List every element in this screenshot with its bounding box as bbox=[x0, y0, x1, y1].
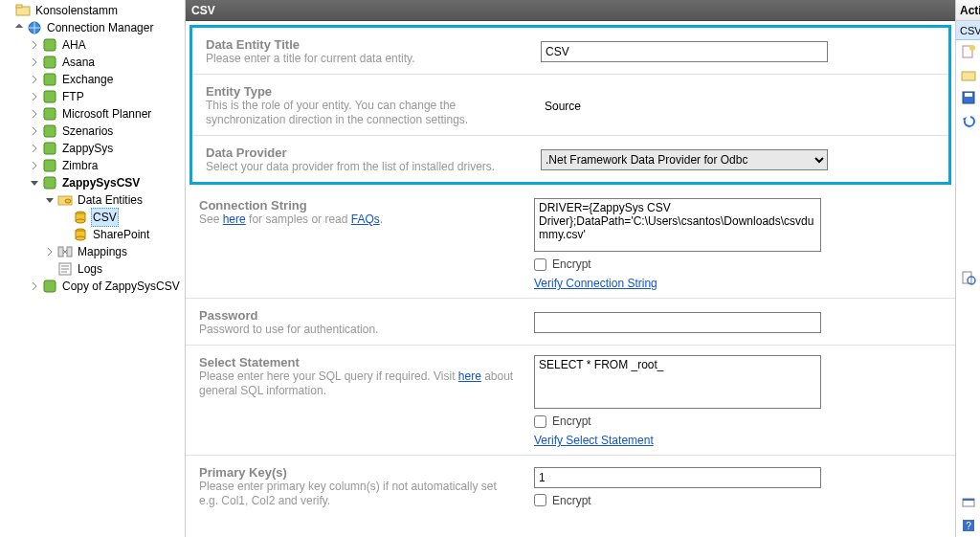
expander-none-icon bbox=[2, 5, 13, 16]
field-title: Primary Key(s) bbox=[199, 465, 515, 480]
tree-item-copy-zappysyscsv[interactable]: Copy of ZappySysCSV bbox=[0, 278, 185, 295]
password-input[interactable] bbox=[534, 312, 821, 333]
tree-item-label: Logs bbox=[76, 260, 104, 278]
encrypt-checkbox-label[interactable]: Encrypt bbox=[534, 494, 942, 507]
chevron-right-icon[interactable] bbox=[29, 160, 40, 171]
puzzle-icon bbox=[42, 175, 57, 190]
svg-rect-21 bbox=[67, 247, 72, 257]
svg-rect-20 bbox=[58, 247, 63, 257]
tree-item-label: Copy of ZappySysCSV bbox=[60, 278, 182, 295]
row-data-provider: Data Provider Select your data provider … bbox=[192, 136, 948, 182]
chevron-right-icon[interactable] bbox=[29, 143, 40, 154]
puzzle-icon bbox=[42, 106, 57, 122]
verify-connection-link[interactable]: Verify Connection String bbox=[534, 277, 942, 290]
tree-item-msplanner[interactable]: Microsoft Planner bbox=[0, 105, 185, 123]
folder-icon bbox=[15, 3, 31, 18]
action-new-icon[interactable] bbox=[956, 40, 980, 63]
tree-item-aha[interactable]: AHA bbox=[0, 36, 185, 54]
logs-icon bbox=[57, 261, 73, 277]
chevron-right-icon[interactable] bbox=[29, 125, 40, 137]
action-properties-icon[interactable] bbox=[956, 491, 980, 514]
svg-rect-28 bbox=[965, 93, 972, 97]
field-title: Select Statement bbox=[199, 355, 515, 369]
svg-rect-7 bbox=[44, 108, 56, 120]
tree-root[interactable]: Konsolenstamm bbox=[0, 2, 185, 19]
field-title: Connection String bbox=[199, 198, 515, 213]
sql-help-link[interactable]: here bbox=[458, 369, 481, 383]
chevron-right-icon[interactable] bbox=[29, 56, 40, 68]
action-preview-icon[interactable] bbox=[956, 266, 980, 289]
mapping-icon bbox=[57, 244, 73, 259]
actions-tab[interactable]: CSV bbox=[956, 21, 980, 40]
action-help-icon[interactable]: ? bbox=[956, 514, 980, 537]
encrypt-text: Encrypt bbox=[552, 257, 591, 271]
svg-point-25 bbox=[969, 45, 975, 51]
puzzle-icon bbox=[42, 89, 57, 104]
chevron-down-icon[interactable] bbox=[13, 22, 25, 34]
chevron-right-icon[interactable] bbox=[29, 74, 40, 85]
actions-panel: Acti CSV ? bbox=[955, 0, 980, 537]
puzzle-icon bbox=[42, 141, 57, 156]
chevron-right-icon[interactable] bbox=[29, 91, 40, 102]
action-open-icon[interactable] bbox=[956, 63, 980, 86]
tree-entity-csv[interactable]: CSV bbox=[0, 209, 185, 226]
tree-item-ftp[interactable]: FTP bbox=[0, 88, 185, 105]
tree-item-szenarios[interactable]: Szenarios bbox=[0, 123, 185, 140]
svg-rect-32 bbox=[963, 499, 974, 501]
encrypt-checkbox-label[interactable]: Encrypt bbox=[534, 257, 942, 271]
expander-none-icon bbox=[59, 212, 71, 223]
row-entity-type: Entity Type This is the role of your ent… bbox=[192, 75, 948, 136]
desc-text: See bbox=[199, 213, 223, 226]
primary-key-input[interactable] bbox=[534, 467, 821, 488]
entity-type-value: Source bbox=[541, 98, 935, 115]
field-desc: Select your data provider from the list … bbox=[206, 160, 522, 174]
select-statement-input[interactable] bbox=[534, 355, 821, 409]
chevron-down-icon[interactable] bbox=[29, 177, 40, 189]
highlighted-section: Data Entity Title Please enter a title f… bbox=[189, 25, 951, 185]
chevron-right-icon[interactable] bbox=[29, 39, 40, 51]
encrypt-checkbox[interactable] bbox=[534, 258, 546, 271]
row-primary-key: Primary Key(s) Please enter primary key … bbox=[186, 456, 955, 516]
field-title: Data Provider bbox=[206, 145, 522, 160]
puzzle-icon bbox=[42, 279, 57, 294]
database-icon bbox=[73, 227, 88, 242]
tree-item-label: FTP bbox=[60, 88, 86, 105]
encrypt-checkbox-label[interactable]: Encrypt bbox=[534, 414, 942, 428]
tree-mappings[interactable]: Mappings bbox=[0, 243, 185, 260]
field-title: Password bbox=[199, 308, 515, 323]
verify-select-link[interactable]: Verify Select Statement bbox=[534, 434, 942, 447]
tree-item-label: Data Entities bbox=[76, 191, 145, 209]
folder-db-icon bbox=[57, 192, 73, 208]
encrypt-checkbox[interactable] bbox=[534, 415, 546, 428]
chevron-right-icon[interactable] bbox=[44, 246, 56, 257]
tree-item-label: Asana bbox=[60, 54, 97, 71]
entity-title-input[interactable] bbox=[541, 41, 828, 62]
tree-item-zappysys[interactable]: ZappySys bbox=[0, 140, 185, 157]
puzzle-icon bbox=[42, 37, 57, 53]
tree-conn-mgr[interactable]: Connection Manager bbox=[0, 19, 185, 36]
action-save-icon[interactable] bbox=[956, 86, 980, 109]
chevron-down-icon[interactable] bbox=[44, 194, 56, 206]
tree-item-label: Microsoft Planner bbox=[60, 105, 153, 123]
svg-point-13 bbox=[65, 199, 71, 203]
tree-item-zimbra[interactable]: Zimbra bbox=[0, 157, 185, 174]
connection-string-input[interactable] bbox=[534, 198, 821, 252]
tree-item-zappysyscsv[interactable]: ZappySysCSV bbox=[0, 174, 185, 191]
chevron-right-icon[interactable] bbox=[29, 280, 40, 292]
data-provider-select[interactable]: .Net Framework Data Provider for Odbc bbox=[541, 149, 828, 170]
tree-logs[interactable]: Logs bbox=[0, 260, 185, 278]
row-password: Password Password to use for authenticat… bbox=[186, 299, 955, 346]
tree-entity-sharepoint[interactable]: SharePoint bbox=[0, 226, 185, 243]
faqs-link[interactable]: FAQs bbox=[351, 213, 380, 226]
action-undo-icon[interactable] bbox=[956, 109, 980, 132]
samples-link[interactable]: here bbox=[223, 213, 246, 226]
tree-item-exchange[interactable]: Exchange bbox=[0, 71, 185, 88]
tree-data-entities[interactable]: Data Entities bbox=[0, 191, 185, 209]
panel-title: CSV bbox=[186, 0, 955, 21]
puzzle-icon bbox=[42, 158, 57, 173]
chevron-right-icon[interactable] bbox=[29, 108, 40, 120]
field-title: Data Entity Title bbox=[206, 37, 522, 52]
encrypt-checkbox[interactable] bbox=[534, 494, 546, 506]
tree-item-asana[interactable]: Asana bbox=[0, 54, 185, 71]
form-scroll[interactable]: Data Entity Title Please enter a title f… bbox=[186, 21, 955, 537]
